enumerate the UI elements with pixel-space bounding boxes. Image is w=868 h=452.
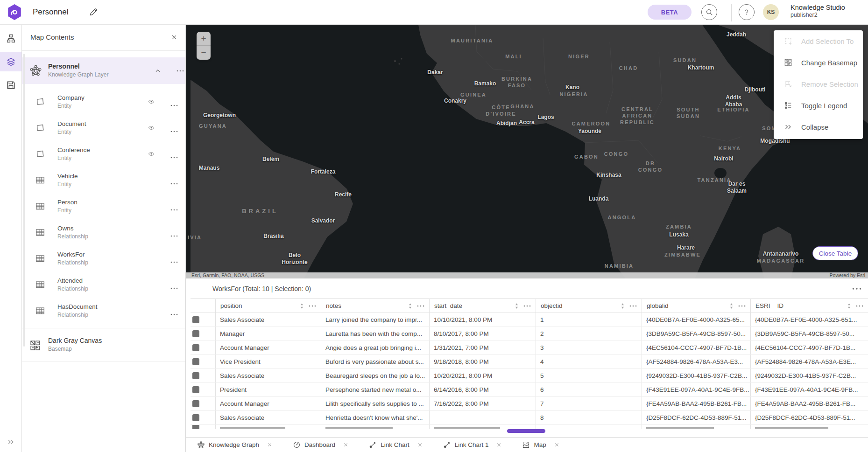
layer-item-attended[interactable]: AttendedRelationship	[22, 271, 185, 298]
column-options-button[interactable]	[856, 305, 863, 307]
table-options-button[interactable]	[852, 285, 861, 292]
expand-panel-button[interactable]	[0, 436, 21, 447]
column-header-position[interactable]: position	[216, 299, 321, 313]
tab-link-chart[interactable]: Link Chart	[369, 441, 423, 449]
column-header-objectid[interactable]: objectid	[536, 299, 642, 313]
cell-position	[216, 425, 321, 429]
basemap-item[interactable]: Dark Gray Canvas Basemap	[22, 328, 185, 362]
map-canvas[interactable]: MAURITANIAMALINIGERCHADSUDANBURKINA FASO…	[191, 25, 868, 278]
tab-dashboard[interactable]: Dashboard	[293, 441, 348, 449]
zoom-in-button[interactable]: +	[197, 32, 211, 46]
layer-visibility-toggle[interactable]	[146, 123, 156, 133]
row-checkbox[interactable]	[192, 316, 199, 323]
left-toolbar	[0, 25, 22, 452]
table-row[interactable]: Account ManagerLilith specifically sells…	[191, 397, 868, 411]
cell-esri_id: {40DE0B7A-EF0E-4000-A325-651...	[751, 313, 868, 327]
help-button[interactable]	[739, 4, 755, 20]
cell-notes: Larry joined the company to impr...	[321, 313, 430, 327]
cell-position: Account Manager	[216, 397, 321, 410]
search-button[interactable]	[701, 4, 717, 20]
row-checkbox[interactable]	[192, 414, 199, 421]
map-view[interactable]: MAURITANIAMALINIGERCHADSUDANBURKINA FASO…	[186, 25, 868, 278]
group-options-button[interactable]	[175, 66, 185, 76]
layer-options-button[interactable]	[169, 123, 179, 133]
close-table-button[interactable]: Close Table	[812, 246, 858, 260]
layer-name: WorksFor	[57, 251, 85, 258]
layer-item-person[interactable]: PersonEntity	[22, 193, 185, 219]
table-row[interactable]: ManagerLauretta has been with the comp..…	[191, 327, 868, 341]
row-checkbox[interactable]	[192, 372, 199, 379]
toolbar-map-contents-tool[interactable]	[0, 52, 21, 71]
column-options-button[interactable]	[629, 305, 637, 307]
layer-item-conference[interactable]: ConferenceEntity	[22, 141, 185, 167]
tab-link-chart-1[interactable]: Link Chart 1	[443, 441, 502, 449]
layer-item-owns[interactable]: OwnsRelationship	[22, 219, 185, 245]
table-horizontal-scrollbar[interactable]	[507, 429, 545, 433]
layer-visibility-toggle[interactable]	[146, 149, 156, 159]
layer-name: Person	[57, 199, 78, 206]
edit-title-button[interactable]	[89, 7, 98, 17]
table-row[interactable]: Sales AssociateLarry joined the company …	[191, 313, 868, 327]
layer-options-button[interactable]	[169, 149, 179, 159]
row-checkbox[interactable]	[192, 386, 199, 393]
tab-close-button[interactable]	[267, 442, 272, 447]
row-checkbox[interactable]	[192, 358, 199, 365]
menu-item-add-selection-to: Add Selection To	[774, 30, 863, 52]
close-panel-button[interactable]	[169, 33, 179, 42]
table-row[interactable]: PresidentPersephone started new metal o.…	[191, 383, 868, 397]
column-options-button[interactable]	[523, 305, 531, 307]
layer-options-button[interactable]	[169, 253, 179, 264]
tab-label: Link Chart	[381, 441, 409, 448]
column-header-notes[interactable]: notes	[321, 299, 430, 313]
menu-item-remove-selection: Remove Selection	[774, 73, 863, 95]
layer-item-vehicle[interactable]: VehicleEntity	[22, 167, 185, 193]
tab-close-button[interactable]	[417, 442, 423, 447]
layer-item-company[interactable]: CompanyEntity	[22, 89, 185, 115]
layer-options-button[interactable]	[169, 175, 179, 185]
layer-options-button[interactable]	[169, 201, 179, 211]
layer-item-worksfor[interactable]: WorksForRelationship	[22, 245, 185, 271]
menu-item-collapse[interactable]: Collapse	[774, 116, 863, 138]
layer-item-document[interactable]: DocumentEntity	[22, 115, 185, 141]
row-checkbox[interactable]	[192, 330, 199, 337]
layer-item-hasdocument[interactable]: HasDocumentRelationship	[22, 298, 185, 324]
layer-group-personnel[interactable]: Personnel Knowledge Graph Layer	[22, 57, 185, 84]
layer-options-button[interactable]	[169, 306, 179, 316]
layer-options-button[interactable]	[169, 279, 179, 290]
collapse-group-button[interactable]	[153, 66, 163, 76]
table-row[interactable]: Vice PresidentBuford is very passionate …	[191, 355, 868, 369]
tab-close-button[interactable]	[343, 442, 348, 447]
row-checkbox[interactable]	[192, 425, 199, 429]
menu-item-toggle-legend[interactable]: Toggle Legend	[774, 95, 863, 116]
layer-options-button[interactable]	[169, 97, 179, 107]
layer-visibility-toggle[interactable]	[146, 97, 156, 107]
toolbar-save-tool[interactable]	[0, 75, 21, 95]
column-options-button[interactable]	[738, 305, 746, 307]
user-avatar[interactable]: KS	[763, 4, 779, 20]
tab-knowledge-graph[interactable]: Knowledge Graph	[197, 441, 272, 449]
cell-esri_id: {AF524884-9826-478A-A53A-E3E...	[751, 355, 868, 369]
menu-item-change-basemap[interactable]: Change Basemap	[774, 52, 863, 73]
table-row[interactable]: Account ManagerAngie does a great job br…	[191, 341, 868, 355]
tab-map[interactable]: Map	[522, 441, 559, 449]
zoom-out-button[interactable]: −	[197, 46, 211, 60]
tab-close-button[interactable]	[496, 442, 501, 447]
row-checkbox[interactable]	[192, 400, 199, 407]
tab-close-button[interactable]	[554, 442, 559, 447]
column-header-globalid[interactable]: globalid	[642, 299, 751, 313]
layer-options-button[interactable]	[169, 227, 179, 237]
column-options-button[interactable]	[309, 305, 316, 307]
cell-position: Sales Associate	[216, 411, 321, 424]
table-row[interactable]: Sales AssociateHenrietta doesn't know wh…	[191, 411, 868, 425]
column-header-start_date[interactable]: start_date	[430, 299, 536, 313]
column-options-button[interactable]	[417, 305, 424, 307]
cell-start_date	[430, 411, 536, 424]
column-header-esri_id[interactable]: ESRI__ID	[751, 299, 868, 313]
cell-position: Sales Associate	[216, 369, 321, 382]
toolbar-data-model-tool[interactable]	[0, 28, 21, 48]
tab-label: Link Chart 1	[455, 441, 489, 448]
table-row[interactable]	[191, 425, 868, 429]
row-checkbox[interactable]	[192, 344, 199, 351]
layer-type: Relationship	[57, 285, 88, 292]
table-row[interactable]: Sales AssociateBeauregard sleeps on the …	[191, 369, 868, 383]
